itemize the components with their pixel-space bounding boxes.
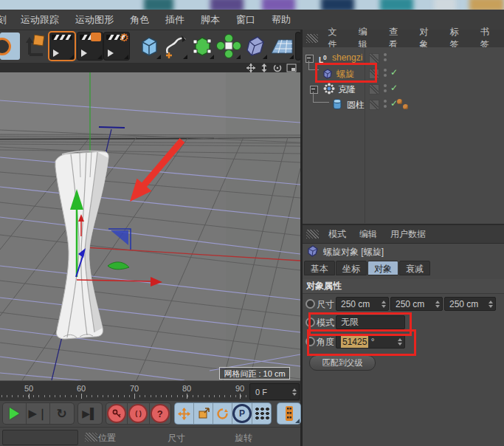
- transport-bar: ▶｜ ↻ ▶▌ ( ) ?: [0, 401, 300, 427]
- viewport-zoom-icon[interactable]: [260, 64, 269, 72]
- size-z-input[interactable]: 250 cm: [444, 297, 496, 311]
- spinner[interactable]: [487, 298, 494, 310]
- key-position-toggle[interactable]: [175, 403, 193, 424]
- menu-character[interactable]: 角色: [122, 13, 157, 27]
- expand-toggle-icon[interactable]: [310, 86, 318, 94]
- loop-button[interactable]: ↻: [49, 403, 73, 424]
- object-label[interactable]: 圆柱: [347, 99, 365, 112]
- object-label[interactable]: shengzi: [332, 52, 362, 63]
- am-menu-mode[interactable]: 模式: [322, 228, 353, 241]
- enabled-check-icon[interactable]: ✓: [390, 67, 398, 78]
- am-menu-userdata[interactable]: 用户数据: [384, 228, 432, 241]
- ruler-number: 50: [24, 384, 33, 393]
- key-scale-toggle[interactable]: [193, 403, 213, 424]
- tab-basic[interactable]: 基本: [304, 261, 335, 275]
- spinner[interactable]: [434, 298, 441, 310]
- menu-mograph[interactable]: 运动图形: [67, 13, 122, 27]
- record-keyframe-button[interactable]: [106, 403, 127, 424]
- current-frame-field[interactable]: 0 F: [249, 383, 300, 400]
- play-forward-button[interactable]: ▶｜: [26, 403, 49, 424]
- coordinate-values-box[interactable]: [2, 430, 78, 445]
- render-settings-button[interactable]: ⚙: [104, 32, 129, 60]
- picture-glyph: [91, 32, 101, 41]
- floor-environment-button[interactable]: [269, 32, 294, 60]
- expand-toggle-icon[interactable]: [305, 55, 314, 63]
- panel-grip-icon[interactable]: [85, 433, 97, 442]
- layer-swatch[interactable]: [369, 84, 379, 95]
- material-tag-icon[interactable]: [403, 104, 408, 109]
- grid-spacing-badge: 网格间距 : 10 cm: [220, 368, 290, 380]
- right-panel: 文件 编辑 查看 对象 标签 书签 L0 shengzi: [303, 30, 504, 446]
- tab-coordinates[interactable]: 坐标: [336, 261, 367, 275]
- layer-swatch[interactable]: [369, 53, 379, 64]
- deformer-button[interactable]: [243, 32, 268, 60]
- match-to-parent-button[interactable]: 匹配到父级: [309, 355, 376, 371]
- ruler-number: 60: [77, 384, 86, 393]
- tab-object[interactable]: 对象: [367, 261, 398, 275]
- viewport-rotate-icon[interactable]: [273, 64, 282, 72]
- coord-col-position: 位置: [98, 432, 116, 445]
- primitive-cube-button[interactable]: [137, 32, 162, 60]
- object-label[interactable]: 克隆: [338, 83, 356, 96]
- am-menu-edit[interactable]: 编辑: [353, 228, 384, 241]
- object-row-cylinder[interactable]: 圆柱 ✓: [303, 97, 504, 112]
- coordinate-manager: 位置 尺寸 旋转: [0, 427, 300, 446]
- timeline-window-button[interactable]: [277, 403, 300, 424]
- axis-icon: [23, 32, 48, 60]
- spinner[interactable]: [380, 298, 387, 310]
- menu-help[interactable]: 帮助: [263, 13, 299, 27]
- spline-pen-button[interactable]: [163, 32, 188, 60]
- material-tag-icon[interactable]: [397, 99, 402, 104]
- panel-grip-icon[interactable]: [306, 34, 318, 43]
- play-glyph: [108, 49, 114, 57]
- spinner[interactable]: [291, 384, 297, 399]
- clapper-icon: [52, 35, 72, 40]
- object-row-cloner[interactable]: 克隆 ✓: [303, 81, 504, 97]
- key-icon: [112, 409, 122, 419]
- attribute-title-row: 螺旋对象 [螺旋]: [303, 241, 504, 260]
- goto-end-button[interactable]: ▶▌: [78, 403, 101, 424]
- key-rotation-toggle[interactable]: [213, 403, 232, 424]
- render-view-button[interactable]: [49, 32, 75, 60]
- mograph-cloner-button[interactable]: [216, 32, 241, 60]
- viewport-pan-icon[interactable]: [246, 64, 255, 72]
- menu-motion-tracking[interactable]: 运动跟踪: [13, 13, 67, 27]
- layer-swatch[interactable]: [369, 100, 379, 110]
- object-manager-menubar: 文件 编辑 查看 对象 标签 书签: [303, 30, 504, 48]
- keying-selection-button[interactable]: [252, 403, 271, 424]
- autokey-position-button[interactable]: ( ): [127, 403, 148, 424]
- ruler-number: 80: [182, 384, 191, 393]
- visibility-dots[interactable]: [384, 100, 387, 110]
- visibility-dots[interactable]: [384, 84, 387, 95]
- menu-script[interactable]: 脚本: [193, 13, 228, 27]
- menu-sculpt[interactable]: 刻: [0, 13, 13, 27]
- key-parameter-toggle[interactable]: P: [232, 403, 252, 424]
- timeline-ruler[interactable]: 50 60 70 80 90 0 F: [0, 380, 300, 402]
- menu-window[interactable]: 窗口: [228, 13, 263, 27]
- attribute-tabs: 基本 坐标 对象 衰减: [304, 261, 430, 275]
- pen-icon: [163, 32, 188, 60]
- key-radio-icon[interactable]: [305, 299, 315, 309]
- deformer-icon: [243, 32, 268, 60]
- scale-icon: [198, 408, 210, 419]
- subdivision-surface-button[interactable]: [190, 32, 215, 60]
- viewport-header: [0, 63, 300, 72]
- viewport-3d[interactable]: 网格间距 : 10 cm: [0, 72, 300, 380]
- render-picture-viewer-button[interactable]: [77, 32, 103, 60]
- visibility-dots[interactable]: [384, 69, 387, 79]
- size-x-input[interactable]: 250 cm: [336, 297, 389, 311]
- enabled-check-icon[interactable]: ✓: [390, 83, 398, 93]
- menu-plugins[interactable]: 插件: [157, 13, 193, 27]
- visibility-dots[interactable]: [384, 53, 387, 64]
- autokey-help-button[interactable]: ?: [149, 403, 170, 424]
- tab-falloff[interactable]: 衰减: [399, 261, 430, 275]
- green-cube-icon: [190, 32, 215, 60]
- size-y-input[interactable]: 250 cm: [390, 297, 443, 311]
- play-button[interactable]: [3, 403, 26, 424]
- field-row-size: 尺寸 250 cm 250 cm 250 cm: [303, 296, 504, 312]
- viewport-maximize-icon[interactable]: [286, 64, 297, 72]
- panel-grip-icon[interactable]: [306, 230, 319, 239]
- active-tool-button[interactable]: [0, 32, 20, 60]
- ruler-number: 70: [130, 384, 139, 393]
- axis-mode-button[interactable]: [23, 32, 48, 60]
